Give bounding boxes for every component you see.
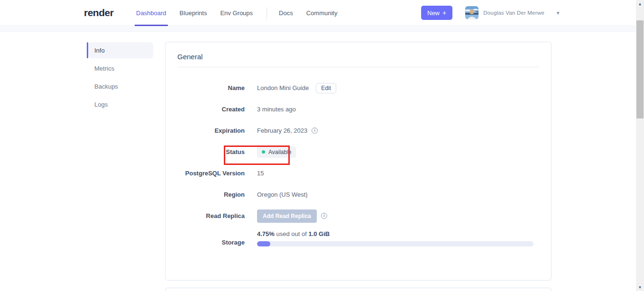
avatar-photo: [465, 6, 478, 19]
render-dashboard-page: render Dashboard Blueprints Env Groups D…: [0, 0, 644, 291]
read-replica-row: Read Replica Add Read Replica i: [177, 205, 539, 227]
sidebar-item-logs[interactable]: Logs: [88, 96, 153, 112]
nav-docs[interactable]: Docs: [277, 0, 294, 26]
storage-row: Storage 4.75% used out of 1.0 GiB: [177, 227, 539, 254]
created-value: 3 minutes ago: [257, 106, 296, 113]
top-header: render Dashboard Blueprints Env Groups D…: [0, 0, 636, 26]
read-replica-info-icon[interactable]: i: [321, 213, 327, 219]
expiration-row: Expiration February 26, 2023 i: [177, 120, 539, 141]
primary-nav: Dashboard Blueprints Env Groups Docs Com…: [135, 0, 349, 26]
sidebar-nav: Info Metrics Backups Logs: [88, 42, 153, 114]
nav-divider: [267, 7, 267, 19]
status-value: Available: [268, 149, 291, 155]
plus-icon: +: [442, 9, 446, 17]
storage-progress-fill: [257, 241, 270, 246]
card-title-divider: [177, 67, 539, 67]
status-row: Status Available: [177, 141, 539, 163]
name-row: Name London Mini Guide Edit: [177, 77, 539, 99]
region-value: Oregon (US West): [257, 191, 308, 198]
region-label: Region: [177, 191, 245, 198]
name-label: Name: [177, 84, 245, 91]
sidebar-item-backups[interactable]: Backups: [88, 78, 153, 94]
page-scrollbar[interactable]: ▲ ▼: [636, 0, 644, 291]
add-read-replica-button[interactable]: Add Read Replica: [257, 209, 317, 223]
render-logo[interactable]: render: [84, 0, 113, 26]
nav-community[interactable]: Community: [305, 0, 339, 26]
header-right-cluster: New + Douglas Van Der Merwe ▼: [421, 0, 561, 26]
nav-env-groups[interactable]: Env Groups: [219, 0, 254, 26]
expiration-label: Expiration: [177, 127, 245, 134]
storage-middle-text: used out of: [275, 230, 309, 237]
status-badge: Available: [257, 146, 296, 158]
header-sub-band: [0, 27, 636, 32]
chevron-down-icon[interactable]: ▼: [556, 10, 561, 16]
region-row: Region Oregon (US West): [177, 184, 539, 205]
general-card: General Name London Mini Guide Edit Crea…: [165, 42, 552, 281]
new-button-label: New: [427, 9, 440, 17]
created-row: Created 3 minutes ago: [177, 99, 539, 120]
name-value: London Mini Guide: [257, 84, 309, 91]
storage-progress-track: [257, 241, 534, 246]
status-label: Status: [177, 148, 245, 155]
edit-name-button[interactable]: Edit: [316, 83, 336, 93]
nav-blueprints[interactable]: Blueprints: [178, 0, 209, 26]
nav-dashboard[interactable]: Dashboard: [135, 0, 168, 26]
read-replica-label: Read Replica: [177, 212, 245, 219]
next-card-stub: [165, 288, 552, 291]
scrollbar-up-arrow-icon[interactable]: ▲: [636, 0, 644, 8]
expiration-info-icon[interactable]: i: [312, 127, 318, 134]
pg-version-label: PostgreSQL Version: [177, 170, 245, 177]
card-title: General: [177, 53, 539, 61]
storage-total: 1.0 GiB: [308, 230, 330, 237]
scrollbar-down-arrow-icon[interactable]: ▼: [636, 283, 644, 291]
storage-used-percent: 4.75%: [257, 230, 275, 237]
storage-usage-text: 4.75% used out of 1.0 GiB: [257, 230, 534, 237]
info-rows: Name London Mini Guide Edit Created 3 mi…: [177, 77, 539, 254]
storage-label: Storage: [177, 239, 245, 246]
sidebar-item-info[interactable]: Info: [88, 42, 153, 58]
user-avatar[interactable]: [465, 6, 478, 19]
new-button[interactable]: New +: [421, 6, 452, 20]
user-name: Douglas Van Der Merwe: [483, 10, 544, 16]
pg-version-value: 15: [257, 170, 264, 177]
status-dot-icon: [262, 150, 265, 154]
sidebar-item-metrics[interactable]: Metrics: [88, 60, 153, 76]
scrollbar-thumb[interactable]: [636, 20, 644, 118]
pg-version-row: PostgreSQL Version 15: [177, 163, 539, 184]
created-label: Created: [177, 106, 245, 113]
expiration-value: February 26, 2023: [257, 127, 307, 134]
